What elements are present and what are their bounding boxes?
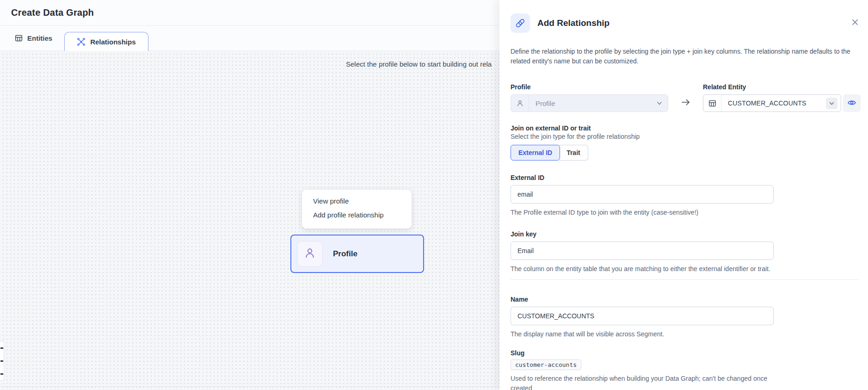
chevron-down-icon bbox=[826, 98, 837, 109]
canvas-edge bbox=[0, 386, 499, 387]
name-label: Name bbox=[511, 296, 774, 303]
menu-item-view-profile[interactable]: View profile bbox=[302, 194, 412, 208]
external-id-input[interactable] bbox=[511, 185, 774, 204]
person-icon bbox=[303, 247, 316, 261]
join-type-label: Join on external ID or trait bbox=[511, 124, 858, 132]
profile-node-label: Profile bbox=[333, 249, 357, 259]
table-icon bbox=[703, 95, 721, 111]
page-title: Create Data Graph bbox=[11, 7, 94, 18]
profile-node-icon-box bbox=[297, 241, 323, 267]
slug-section: Slug customer-accounts Used to reference… bbox=[511, 349, 774, 390]
name-helper: The display name that will be visible ac… bbox=[511, 329, 774, 339]
tab-entities-label: Entities bbox=[27, 34, 52, 42]
external-id-helper: The Profile external ID type to join wit… bbox=[511, 208, 774, 217]
name-input[interactable] bbox=[511, 307, 774, 325]
profile-select-label: Profile bbox=[511, 83, 668, 91]
canvas-zoom-controls[interactable] bbox=[0, 341, 4, 381]
link-icon bbox=[511, 13, 530, 33]
zoom-in-icon bbox=[0, 347, 3, 349]
chevron-down-icon bbox=[657, 100, 662, 106]
related-entity-select[interactable]: CUSTOMER_ACCOUNTS bbox=[703, 94, 841, 112]
create-data-graph-screen: Create Data Graph Entities bbox=[0, 0, 868, 390]
join-type-section: Join on external ID or trait Select the … bbox=[511, 124, 858, 161]
join-type-toggle: External ID Trait bbox=[511, 145, 588, 161]
person-icon bbox=[511, 95, 529, 111]
tab-relationships-label: Relationships bbox=[90, 38, 135, 46]
canvas-hint-text: Select the profile below to start buildi… bbox=[346, 60, 492, 68]
tab-entities[interactable]: Entities bbox=[3, 26, 64, 50]
close-icon[interactable] bbox=[850, 18, 860, 27]
relationship-row: Profile Profile bbox=[511, 83, 861, 112]
join-key-label: Join key bbox=[511, 230, 774, 238]
tab-relationships[interactable]: Relationships bbox=[64, 32, 148, 51]
node-context-menu: View profile Add profile relationship bbox=[302, 190, 412, 229]
name-field: Name The display name that will be visib… bbox=[511, 296, 774, 339]
menu-item-add-profile-relationship[interactable]: Add profile relationship bbox=[302, 208, 412, 222]
related-entity-value: CUSTOMER_ACCOUNTS bbox=[721, 99, 806, 107]
section-divider bbox=[511, 279, 859, 280]
slug-value: customer-accounts bbox=[511, 359, 581, 370]
external-id-label: External ID bbox=[511, 174, 774, 181]
external-id-field: External ID The Profile external ID type… bbox=[511, 174, 774, 217]
add-relationship-panel: Add Relationship Define the relationship… bbox=[499, 0, 868, 390]
table-icon bbox=[15, 34, 23, 42]
preview-entity-button[interactable] bbox=[843, 94, 861, 112]
related-entity-label: Related Entity bbox=[703, 83, 861, 91]
external-id-toggle-button[interactable]: External ID bbox=[511, 145, 560, 161]
trait-toggle-button[interactable]: Trait bbox=[559, 145, 588, 161]
arrow-right-icon bbox=[668, 83, 703, 111]
join-type-sublabel: Select the join type for the profile rel… bbox=[511, 133, 858, 140]
slug-label: Slug bbox=[511, 349, 774, 357]
panel-description: Define the relationship to the profile b… bbox=[511, 47, 860, 66]
profile-select[interactable]: Profile bbox=[511, 94, 668, 112]
join-key-field: Join key The column on the entity table … bbox=[511, 230, 774, 274]
panel-header: Add Relationship bbox=[511, 13, 858, 33]
graph-icon bbox=[77, 37, 86, 46]
profile-select-value: Profile bbox=[529, 99, 555, 107]
join-key-input[interactable] bbox=[511, 241, 774, 260]
fit-view-icon bbox=[0, 373, 3, 375]
profile-node[interactable]: Profile bbox=[290, 235, 424, 273]
slug-helper: Used to reference the relationship when … bbox=[511, 374, 774, 390]
zoom-out-icon bbox=[0, 360, 3, 362]
panel-title: Add Relationship bbox=[537, 18, 609, 28]
eye-icon bbox=[847, 98, 856, 109]
join-key-helper: The column on the entity table that you … bbox=[511, 264, 774, 274]
